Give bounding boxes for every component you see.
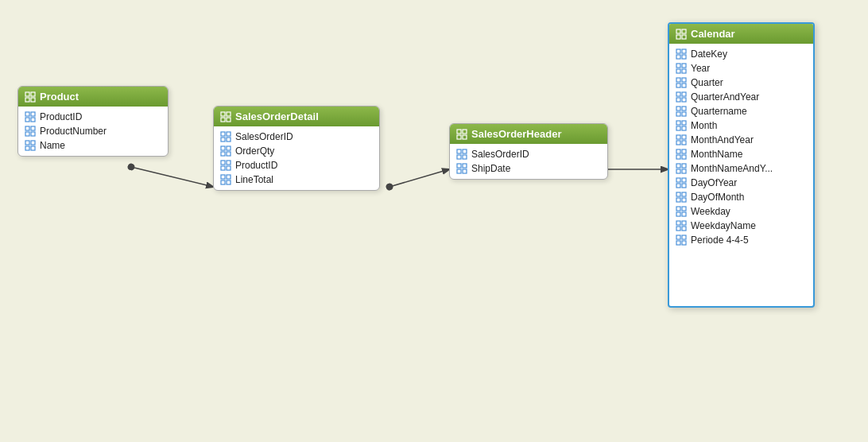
svg-rect-60 (676, 64, 680, 68)
field-icon (676, 48, 687, 60)
svg-rect-7 (31, 98, 35, 102)
svg-rect-22 (221, 118, 225, 122)
svg-rect-61 (682, 64, 686, 68)
svg-rect-83 (682, 141, 686, 145)
table-row: LineTotal (214, 173, 379, 187)
svg-rect-68 (676, 92, 680, 96)
svg-rect-64 (676, 78, 680, 82)
svg-rect-6 (25, 98, 29, 102)
svg-rect-62 (676, 69, 680, 73)
svg-rect-5 (31, 92, 35, 96)
svg-rect-36 (221, 175, 225, 179)
svg-rect-104 (676, 221, 680, 225)
field-label: DateKey (691, 48, 727, 60)
svg-rect-71 (682, 98, 686, 102)
svg-rect-90 (676, 169, 680, 173)
svg-rect-38 (221, 180, 225, 184)
svg-rect-27 (227, 138, 231, 142)
table-icon (220, 111, 231, 122)
svg-rect-51 (463, 169, 467, 173)
field-icon (220, 160, 231, 171)
svg-rect-96 (676, 192, 680, 196)
svg-rect-103 (682, 212, 686, 216)
svg-rect-12 (25, 126, 29, 130)
svg-rect-10 (25, 118, 29, 122)
calendar-table-body[interactable]: DateKey Year Quarter (669, 44, 813, 306)
svg-rect-73 (682, 107, 686, 111)
svg-rect-92 (676, 178, 680, 182)
svg-rect-80 (676, 135, 680, 139)
product-table-header: Product (18, 87, 168, 107)
svg-rect-108 (676, 235, 680, 239)
field-label: Weekday (691, 206, 730, 217)
svg-rect-15 (31, 132, 35, 136)
svg-rect-46 (457, 155, 461, 159)
field-icon (676, 120, 687, 131)
svg-rect-34 (221, 166, 225, 170)
svg-rect-88 (676, 164, 680, 168)
field-label: Quarter (691, 77, 723, 88)
svg-rect-28 (221, 146, 225, 150)
svg-rect-20 (221, 112, 225, 116)
svg-rect-19 (31, 146, 35, 150)
svg-rect-42 (457, 135, 461, 139)
calendar-table[interactable]: Calendar DateKey Year (668, 22, 815, 308)
svg-rect-39 (227, 180, 231, 184)
svg-rect-72 (676, 107, 680, 111)
field-label: Year (691, 63, 710, 74)
field-label: MonthNameAndY... (691, 163, 773, 174)
table-row: Month (669, 118, 813, 133)
svg-rect-23 (227, 118, 231, 122)
svg-rect-40 (457, 130, 461, 134)
field-label: MonthName (691, 149, 742, 160)
svg-rect-99 (682, 198, 686, 202)
sales-order-header-title: SalesOrderHeader (471, 128, 561, 140)
field-label: OrderQty (235, 145, 274, 157)
table-row: MonthNameAndY... (669, 161, 813, 176)
field-label: QuarterAndYear (691, 91, 759, 103)
svg-rect-49 (463, 164, 467, 168)
sales-order-detail-title: SalesOrderDetail (235, 111, 319, 122)
field-label: SalesOrderID (471, 149, 529, 160)
svg-rect-97 (682, 192, 686, 196)
field-icon (676, 91, 687, 103)
svg-rect-21 (227, 112, 231, 116)
svg-rect-74 (676, 112, 680, 116)
svg-rect-91 (682, 169, 686, 173)
svg-rect-18 (25, 146, 29, 150)
product-table-body: ProductID ProductNumber Name (18, 107, 168, 156)
field-icon (676, 192, 687, 203)
field-icon (676, 106, 687, 117)
product-table[interactable]: Product ProductID ProductNumb (17, 86, 169, 157)
diagram-canvas: Product ProductID ProductNumb (0, 0, 868, 442)
field-icon (456, 163, 467, 174)
field-label: SalesOrderID (235, 131, 293, 142)
svg-line-1 (389, 169, 449, 187)
svg-rect-94 (676, 184, 680, 188)
table-row: Weekday (669, 204, 813, 219)
table-row: Quartername (669, 104, 813, 118)
table-row: OrderQty (214, 144, 379, 158)
svg-rect-53 (682, 29, 686, 33)
field-label: DayOfYear (691, 177, 737, 188)
sales-order-detail-table[interactable]: SalesOrderDetail SalesOrderID (213, 106, 380, 191)
table-row: ProductID (18, 110, 168, 124)
svg-rect-76 (676, 121, 680, 125)
table-row: Year (669, 61, 813, 76)
svg-rect-84 (676, 149, 680, 153)
table-row: SalesOrderID (214, 130, 379, 144)
sales-order-header-table[interactable]: SalesOrderHeader SalesOrderID (449, 123, 608, 180)
svg-rect-29 (227, 146, 231, 150)
svg-rect-24 (221, 132, 225, 136)
svg-rect-4 (25, 92, 29, 96)
svg-rect-43 (463, 135, 467, 139)
svg-rect-16 (25, 141, 29, 145)
field-icon (220, 131, 231, 142)
field-label: Quartername (691, 106, 747, 117)
svg-rect-14 (25, 132, 29, 136)
field-icon (676, 134, 687, 145)
field-label: WeekdayName (691, 220, 756, 231)
field-label: Name (40, 140, 65, 151)
svg-rect-25 (227, 132, 231, 136)
table-row: DateKey (669, 47, 813, 61)
